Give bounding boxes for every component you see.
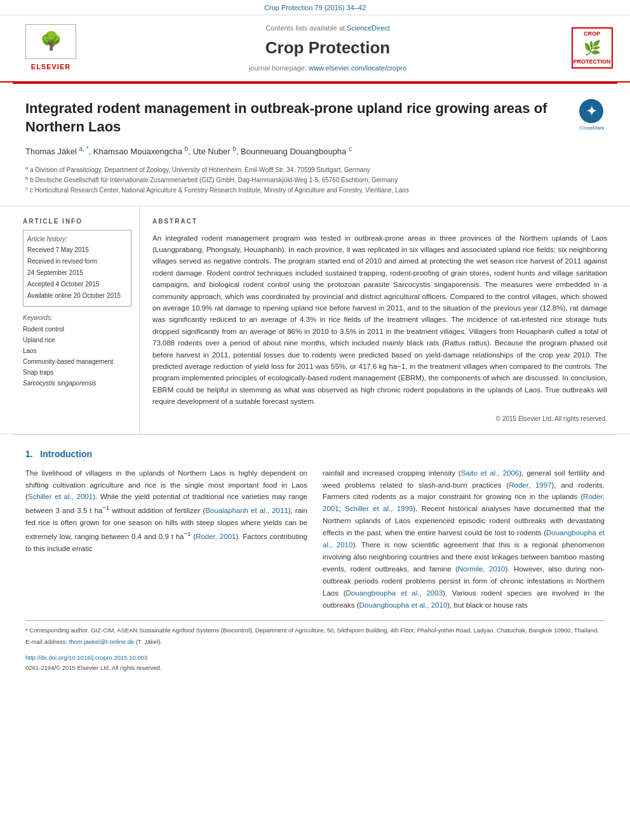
crossmark-icon: ✦ — [579, 99, 603, 123]
email-link[interactable]: thom.jaekel@t-online.de — [69, 638, 135, 645]
keywords-section: Keywords: Rodent control Upland rice Lao… — [23, 313, 131, 388]
online-date: Available online 20 October 2015 — [27, 291, 127, 300]
main-content: 1. Introduction The livelihood of villag… — [0, 435, 630, 686]
crop-leaf-icon: 🌿 — [584, 37, 601, 58]
affil-c: c c Horticultural Research Center, Natio… — [25, 185, 605, 195]
crop-logo-box: CROP 🌿 PROTECTION — [572, 27, 613, 69]
journal-reference: Crop Protection 79 (2016) 34–42 — [0, 0, 630, 15]
article-history-box: Article history: Received 7 May 2015 Rec… — [23, 230, 131, 307]
email-footnote: E-mail address: thom.jaekel@t-online.de … — [25, 637, 605, 647]
affil-b: b b Deutsche Gesellschaft für Internatio… — [25, 175, 605, 185]
article-info-title: ARTICLE INFO — [23, 217, 131, 226]
keyword-upland-rice: Upland rice — [23, 335, 131, 345]
ref-douangboupha-2010[interactable]: Douangboupha et al., 2010 — [323, 529, 605, 549]
crossmark-logo[interactable]: ✦ CrossMark — [579, 99, 605, 124]
intro-two-col: The livelihood of villagers in the uplan… — [25, 467, 605, 612]
journal-ref-text: Crop Protection 79 (2016) 34–42 — [264, 4, 366, 11]
issn-line: 0261-2194/© 2015 Elsevier Ltd. All right… — [25, 663, 605, 672]
intro-right-para: rainfall and increased cropping intensit… — [323, 467, 605, 612]
accepted-date: Accepted 4 October 2015 — [27, 279, 127, 289]
affil-a: a a Division of Parasitology, Department… — [25, 164, 605, 175]
received-date: Received 7 May 2015 — [27, 245, 127, 255]
ref-roder-1997[interactable]: Roder, 1997 — [509, 481, 551, 489]
corresponding-footnote: * Corresponding author. GIZ-CIM, ASEAN S… — [25, 626, 605, 636]
elsevier-logo-section: 🌳 ELSEVIER — [13, 24, 89, 72]
elsevier-logo: 🌳 ELSEVIER — [13, 24, 89, 72]
ref-schiller-2001[interactable]: Schiller et al., 2001 — [28, 493, 93, 500]
revised-date: 24 September 2015 — [27, 268, 127, 277]
crop-logo-top: CROP — [584, 30, 600, 37]
elsevier-label: ELSEVIER — [31, 62, 70, 72]
keyword-community: Community-based management — [23, 357, 131, 366]
ref-douangboupha-2010b[interactable]: Douangboupha et al., 2010 — [359, 601, 448, 609]
crop-logo-section: CROP 🌿 PROTECTION — [566, 27, 617, 69]
article-title-section: ✦ CrossMark Integrated rodent management… — [0, 84, 630, 206]
abstract-text: An integrated rodent management program … — [152, 232, 607, 408]
keyword-rodent-control: Rodent control — [23, 324, 131, 334]
crossmark-label: CrossMark — [579, 124, 605, 132]
footnote-section: * Corresponding author. GIZ-CIM, ASEAN S… — [25, 620, 605, 646]
ref-douangboupha-2003[interactable]: Douangboupha et al., 2003 — [346, 589, 443, 597]
doi-link[interactable]: http://dx.doi.org/10.1016/j.cropro.2015.… — [25, 654, 147, 661]
article-history-label: Article history: — [27, 234, 127, 244]
abstract-title: ABSTRACT — [152, 217, 607, 226]
ref-boualaphanh-2011[interactable]: Boualaphanh et al., 2011 — [205, 507, 288, 514]
intro-section-title: 1. Introduction — [25, 448, 605, 461]
journal-homepage-line: journal homepage: www.elsevier.com/locat… — [89, 63, 566, 74]
article-body: ARTICLE INFO Article history: Received 7… — [0, 206, 630, 434]
revised-label: Received in revised form — [27, 257, 127, 266]
article-info-column: ARTICLE INFO Article history: Received 7… — [13, 206, 140, 434]
elsevier-tree-icon: 🌳 — [40, 28, 62, 55]
keywords-label: Keywords: — [23, 313, 131, 323]
ref-saito-2006[interactable]: Saito et al., 2006 — [461, 469, 519, 477]
intro-left-col: The livelihood of villagers in the uplan… — [25, 467, 307, 612]
intro-left-para: The livelihood of villagers in the uplan… — [25, 467, 307, 555]
affiliations: a a Division of Parasitology, Department… — [25, 164, 605, 196]
ref-schiller-1999[interactable]: Schiller et al., 1999 — [345, 505, 413, 512]
crop-logo-bottom: PROTECTION — [573, 58, 610, 65]
keyword-sarcocystis: Sarcocystis singaporensis — [23, 378, 131, 388]
authors-line: Thomas Jäkel a, *, Khamsao Mouaxengcha b… — [25, 144, 605, 158]
article-title: Integrated rodent management in outbreak… — [25, 99, 605, 137]
copyright-line: © 2015 Elsevier Ltd. All rights reserved… — [152, 414, 607, 423]
ref-normile-2010[interactable]: Normile, 2010 — [458, 565, 506, 573]
intro-right-col: rainfall and increased cropping intensit… — [323, 467, 605, 612]
elsevier-logo-box: 🌳 — [25, 24, 76, 59]
science-direct-link[interactable]: ScienceDirect — [347, 24, 390, 32]
journal-title: Crop Protection — [89, 36, 566, 60]
journal-header-center: Contents lists available at ScienceDirec… — [89, 23, 566, 74]
keyword-snap-traps: Snap traps — [23, 368, 131, 377]
journal-header: 🌳 ELSEVIER Contents lists available at S… — [0, 15, 630, 83]
science-direct-text: Contents lists available at ScienceDirec… — [89, 23, 566, 34]
keyword-laos: Laos — [23, 346, 131, 356]
journal-homepage-link[interactable]: www.elsevier.com/locate/cropro — [309, 64, 406, 72]
doi-section: http://dx.doi.org/10.1016/j.cropro.2015.… — [25, 653, 605, 662]
abstract-section: ABSTRACT An integrated rodent management… — [140, 206, 617, 434]
ref-roder-2001[interactable]: Roder, 2001 — [196, 533, 236, 540]
